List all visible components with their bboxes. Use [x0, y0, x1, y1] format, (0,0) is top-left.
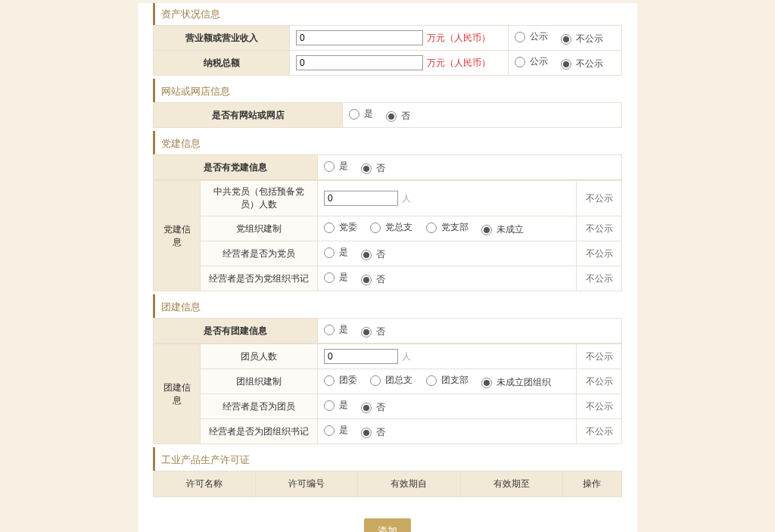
radio-revenue-nopub[interactable]: [561, 34, 571, 45]
radio-party-opm-yes[interactable]: [324, 247, 335, 258]
radio-youth-org-0[interactable]: [324, 375, 335, 386]
nopub-party-org: 不公示: [577, 216, 622, 241]
label-has-party: 是否有党建信息: [154, 155, 318, 180]
cell-youth-org: 团委 团总支 团支部 未成立团组织: [318, 369, 577, 394]
section-title-youth: 团建信息: [153, 294, 622, 318]
label-party-members: 中共党员（包括预备党员）人数: [201, 181, 318, 216]
th-license-3: 有效期至: [460, 471, 562, 497]
cell-has-website: 是 否: [343, 103, 622, 128]
license-table: 许可名称 许可编号 有效期自 有效期至 操作: [153, 471, 622, 497]
label-youth-org: 团组织建制: [201, 369, 318, 394]
radio-website-no[interactable]: [386, 111, 397, 122]
unit-youth-members: 人: [402, 351, 411, 362]
cell-tax: 万元（人民币）: [290, 51, 509, 76]
radio-website-yes[interactable]: [349, 109, 359, 120]
youth-detail-table: 团建信息 团员人数 人 不公示 团组织建制 团委 团总支 团支部 未成立团组织 …: [153, 344, 622, 444]
nopub-youth-opm: 不公示: [577, 394, 622, 419]
label-has-youth: 是否有团建信息: [154, 319, 318, 344]
radio-youth-ops-no[interactable]: [361, 428, 372, 438]
radio-party-no[interactable]: [361, 163, 372, 174]
unit-tax: 万元（人民币）: [427, 58, 490, 68]
radio-party-org-2[interactable]: [426, 222, 437, 233]
input-tax[interactable]: [296, 55, 423, 70]
input-party-members[interactable]: [324, 191, 398, 206]
label-has-website: 是否有网站或网店: [154, 103, 343, 128]
th-license-0: 许可名称: [154, 471, 256, 497]
radio-youth-org-2[interactable]: [426, 375, 437, 386]
cell-party-opm: 是 否: [318, 241, 577, 266]
radio-tax-nopub[interactable]: [561, 59, 571, 70]
radio-youth-org-1[interactable]: [370, 375, 381, 386]
cell-youth-ops: 是 否: [318, 419, 577, 444]
radio-party-yes[interactable]: [324, 161, 335, 172]
radio-revenue-pub[interactable]: [515, 32, 525, 42]
radio-party-ops-yes[interactable]: [324, 272, 335, 283]
party-detail-table: 党建信息 中共党员（包括预备党员）人数 人 不公示 党组织建制 党委 党总支 党…: [153, 180, 622, 291]
label-party-opm: 经营者是否为党员: [201, 241, 318, 266]
input-youth-members[interactable]: [324, 349, 398, 364]
section-title-assets: 资产状况信息: [153, 3, 622, 25]
add-button[interactable]: 添加: [364, 518, 411, 532]
th-license-4: 操作: [562, 471, 621, 497]
cell-has-youth: 是 否: [318, 319, 622, 344]
radio-youth-ops-yes[interactable]: [324, 425, 335, 436]
nopub-party-ops: 不公示: [577, 266, 622, 291]
cell-party-ops: 是 否: [318, 266, 577, 291]
input-revenue[interactable]: [296, 30, 423, 45]
radio-party-ops-no[interactable]: [361, 275, 372, 285]
radio-youth-yes[interactable]: [324, 325, 335, 335]
cell-party-members: 人: [318, 181, 577, 216]
label-tax: 纳税总额: [154, 51, 290, 76]
rowspan-party: 党建信息: [154, 181, 201, 291]
radio-tax-pub[interactable]: [515, 57, 525, 67]
youth-has-table: 是否有团建信息 是 否: [153, 318, 622, 344]
cell-party-org: 党委 党总支 党支部 未成立: [318, 216, 577, 241]
cell-tax-pub: 公示 不公示: [509, 51, 622, 76]
radio-party-org-3[interactable]: [481, 225, 492, 235]
nopub-party-opm: 不公示: [577, 241, 622, 266]
radio-youth-opm-yes[interactable]: [324, 400, 335, 411]
nopub-youth-ops: 不公示: [577, 419, 622, 444]
th-license-2: 有效期自: [358, 471, 460, 497]
radio-party-org-0[interactable]: [324, 222, 335, 233]
radio-youth-org-3[interactable]: [481, 378, 492, 388]
radio-party-opm-no[interactable]: [361, 250, 372, 260]
section-title-license: 工业产品生产许可证: [153, 447, 622, 471]
party-has-table: 是否有党建信息 是 否: [153, 154, 622, 180]
section-title-party: 党建信息: [153, 131, 622, 154]
assets-table: 营业额或营业收入 万元（人民币） 公示 不公示 纳税总额 万元（人民币） 公示 …: [153, 25, 622, 76]
cell-revenue: 万元（人民币）: [290, 26, 509, 51]
unit-revenue: 万元（人民币）: [427, 33, 490, 43]
cell-revenue-pub: 公示 不公示: [509, 26, 622, 51]
nopub-youth-org: 不公示: [577, 369, 622, 394]
label-youth-members: 团员人数: [201, 344, 318, 369]
label-youth-ops: 经营者是否为团组织书记: [201, 419, 318, 444]
rowspan-youth: 团建信息: [154, 344, 201, 444]
section-title-website: 网站或网店信息: [153, 79, 622, 102]
cell-youth-members: 人: [318, 344, 577, 369]
radio-party-org-1[interactable]: [370, 222, 381, 233]
website-table: 是否有网站或网店 是 否: [153, 102, 622, 128]
unit-party-members: 人: [402, 193, 411, 204]
label-party-ops: 经营者是否为党组织书记: [201, 266, 318, 291]
nopub-party-members: 不公示: [577, 181, 622, 216]
th-license-1: 许可编号: [256, 471, 358, 497]
radio-youth-opm-no[interactable]: [361, 403, 372, 413]
label-revenue: 营业额或营业收入: [154, 26, 290, 51]
label-party-org: 党组织建制: [201, 216, 318, 241]
cell-has-party: 是 否: [318, 155, 622, 180]
nopub-youth-members: 不公示: [577, 344, 622, 369]
radio-youth-no[interactable]: [361, 327, 372, 338]
cell-youth-opm: 是 否: [318, 394, 577, 419]
label-youth-opm: 经营者是否为团员: [201, 394, 318, 419]
